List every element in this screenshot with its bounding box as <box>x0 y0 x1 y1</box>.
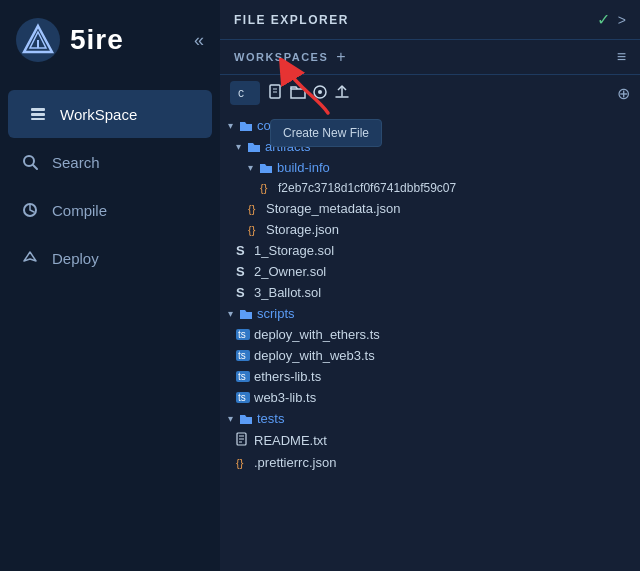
folder-icon-build-info <box>259 161 273 175</box>
tooltip-text: Create New File <box>283 126 369 140</box>
tree-item-readme[interactable]: README.txt <box>220 429 640 452</box>
tree-item-web3-lib[interactable]: ts web3-lib.ts <box>220 387 640 408</box>
tree-item-label-3-ballot-sol: 3_Ballot.sol <box>254 285 321 300</box>
workspace-icon <box>28 104 48 124</box>
check-icon[interactable]: ✓ <box>597 10 610 29</box>
json-icon-storage-metadata: {} <box>248 203 262 215</box>
tree-item-label-tests: tests <box>257 411 284 426</box>
svg-line-8 <box>33 165 37 169</box>
tree-item-deploy-ethers[interactable]: ts deploy_with_ethers.ts <box>220 324 640 345</box>
logo-area: 5ire « <box>0 0 220 80</box>
sidebar: 5ire « WorkSpace Search <box>0 0 220 571</box>
folder-icon-scripts <box>239 307 253 321</box>
workspace-menu-button[interactable]: ≡ <box>617 48 626 66</box>
svg-point-15 <box>318 90 322 94</box>
file-tree: ▾ contracts ▾ artifacts ▾ build-info {} … <box>220 111 640 571</box>
json-icon-storage: {} <box>248 224 262 236</box>
tree-item-label-prettierrc: .prettierrc.json <box>254 455 336 470</box>
folder-icon-tests <box>239 412 253 426</box>
txt-icon <box>236 432 250 449</box>
new-file-button[interactable] <box>268 84 284 103</box>
file-explorer-header: FILE EXPLORER ✓ > <box>220 0 640 40</box>
tree-item-storage-metadata[interactable]: {} Storage_metadata.json <box>220 198 640 219</box>
workspaces-left: WORKSPACES + <box>234 48 346 66</box>
sidebar-item-label-deploy: Deploy <box>52 250 99 267</box>
workspaces-label: WORKSPACES <box>234 51 328 63</box>
workspaces-bar: WORKSPACES + ≡ <box>220 40 640 75</box>
sol-icon-1: S <box>236 243 250 258</box>
tree-item-2-owner-sol[interactable]: S 2_Owner.sol <box>220 261 640 282</box>
logo-text: 5ire <box>70 24 124 56</box>
create-new-file-tooltip: Create New File <box>270 119 382 147</box>
svg-rect-5 <box>31 113 45 116</box>
ts-icon-4: ts <box>236 392 250 403</box>
tree-item-f2eb7c[interactable]: {} f2eb7c3718d1cf0f6741dbbf59c07 <box>220 178 640 198</box>
deploy-icon <box>20 248 40 268</box>
svg-rect-6 <box>31 118 45 120</box>
tree-item-1-storage-sol[interactable]: S 1_Storage.sol <box>220 240 640 261</box>
logo-icon <box>16 18 60 62</box>
sidebar-item-label-workspace: WorkSpace <box>60 106 137 123</box>
tree-item-label-storage-metadata: Storage_metadata.json <box>266 201 400 216</box>
tree-item-label-deploy-web3: deploy_with_web3.ts <box>254 348 375 363</box>
file-action-icons <box>268 84 350 103</box>
chevron-right-icon[interactable]: > <box>618 12 626 28</box>
tree-item-storage-json[interactable]: {} Storage.json <box>220 219 640 240</box>
folder-arrow-tests: ▾ <box>228 413 233 424</box>
ts-icon-3: ts <box>236 371 250 382</box>
new-folder-button[interactable] <box>290 84 306 103</box>
tree-item-prettierrc[interactable]: {} .prettierrc.json <box>220 452 640 473</box>
tree-item-tests[interactable]: ▾ tests <box>220 408 640 429</box>
file-explorer-toolbar: ⊕ Create New File <box>220 75 640 111</box>
tree-item-label-storage-json: Storage.json <box>266 222 339 237</box>
sidebar-nav: WorkSpace Search Compile <box>0 90 220 282</box>
workspace-search-input[interactable] <box>230 81 260 105</box>
tree-item-label-f2eb7c: f2eb7c3718d1cf0f6741dbbf59c07 <box>278 181 456 195</box>
ts-icon-2: ts <box>236 350 250 361</box>
tree-item-label-scripts: scripts <box>257 306 295 321</box>
upload-button[interactable] <box>334 84 350 103</box>
sidebar-item-deploy[interactable]: Deploy <box>0 234 220 282</box>
json-icon-f2eb7c: {} <box>260 182 274 194</box>
tree-item-label-readme: README.txt <box>254 433 327 448</box>
tree-item-label-build-info: build-info <box>277 160 330 175</box>
compile-icon <box>20 200 40 220</box>
tree-item-scripts[interactable]: ▾ scripts <box>220 303 640 324</box>
svg-marker-10 <box>24 252 36 261</box>
sidebar-item-label-search: Search <box>52 154 100 171</box>
folder-arrow-build-info: ▾ <box>248 162 253 173</box>
workspace-dropdown-button[interactable]: ⊕ <box>617 84 630 103</box>
folder-arrow-contracts: ▾ <box>228 120 233 131</box>
sol-icon-2: S <box>236 264 250 279</box>
sidebar-item-workspace[interactable]: WorkSpace <box>8 90 212 138</box>
tree-item-label-2-owner-sol: 2_Owner.sol <box>254 264 326 279</box>
sidebar-item-label-compile: Compile <box>52 202 107 219</box>
ts-icon-1: ts <box>236 329 250 340</box>
tree-item-label-ethers-lib: ethers-lib.ts <box>254 369 321 384</box>
folder-icon-artifacts <box>247 140 261 154</box>
tree-item-ethers-lib[interactable]: ts ethers-lib.ts <box>220 366 640 387</box>
tree-item-build-info[interactable]: ▾ build-info <box>220 157 640 178</box>
header-icons: ✓ > <box>597 10 626 29</box>
json-icon-prettierrc: {} <box>236 457 250 469</box>
file-explorer-title: FILE EXPLORER <box>234 13 349 27</box>
git-button[interactable] <box>312 84 328 103</box>
tree-item-label-web3-lib: web3-lib.ts <box>254 390 316 405</box>
add-workspace-button[interactable]: + <box>336 48 345 66</box>
tree-item-label-deploy-ethers: deploy_with_ethers.ts <box>254 327 380 342</box>
tree-item-deploy-web3[interactable]: ts deploy_with_web3.ts <box>220 345 640 366</box>
file-explorer-panel: FILE EXPLORER ✓ > WORKSPACES + ≡ <box>220 0 640 571</box>
sol-icon-3: S <box>236 285 250 300</box>
folder-arrow-scripts: ▾ <box>228 308 233 319</box>
sidebar-item-compile[interactable]: Compile <box>0 186 220 234</box>
sidebar-collapse-btn[interactable]: « <box>194 30 204 51</box>
tree-item-label-1-storage-sol: 1_Storage.sol <box>254 243 334 258</box>
folder-arrow-artifacts: ▾ <box>236 141 241 152</box>
search-icon <box>20 152 40 172</box>
tree-item-3-ballot-sol[interactable]: S 3_Ballot.sol <box>220 282 640 303</box>
folder-icon-contracts <box>239 119 253 133</box>
svg-rect-4 <box>31 108 45 111</box>
sidebar-item-search[interactable]: Search <box>0 138 220 186</box>
